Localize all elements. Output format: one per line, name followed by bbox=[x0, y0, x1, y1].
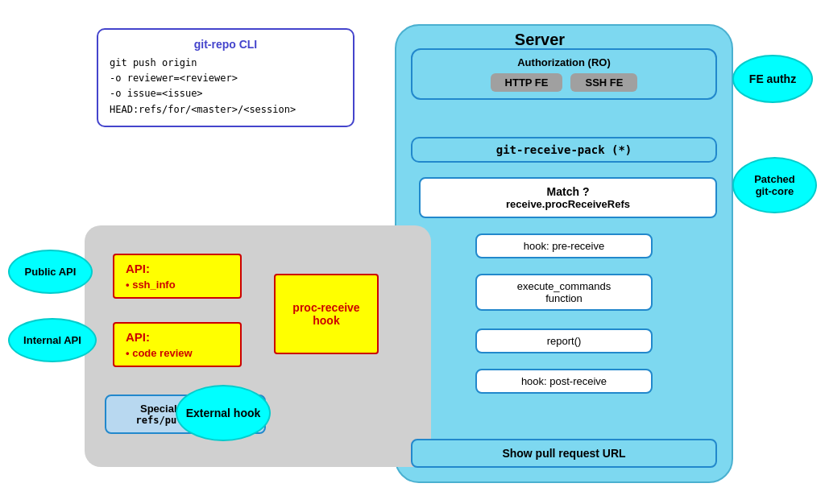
cli-title: git-repo CLI bbox=[110, 38, 342, 51]
fe-authz-bubble: FE authz bbox=[732, 55, 813, 103]
api-ssh-item: • ssh_info bbox=[126, 279, 229, 291]
execute-commands-box: execute_commands function bbox=[475, 274, 653, 311]
proc-receive-text: proc-receivehook bbox=[292, 301, 359, 327]
http-fe-button: HTTP FE bbox=[491, 73, 563, 92]
api-code-title: API: bbox=[126, 330, 229, 344]
auth-box: Authorization (RO) HTTP FE SSH FE bbox=[411, 48, 717, 100]
internal-api-bubble: Internal API bbox=[8, 318, 97, 362]
public-api-bubble: Public API bbox=[8, 250, 93, 294]
diagram-container: Server git-repo CLI git push origin -o r… bbox=[0, 0, 825, 504]
receive-pack-box: git-receive-pack (*) bbox=[411, 137, 717, 163]
cli-box: git-repo CLI git push origin -o reviewer… bbox=[97, 28, 354, 127]
auth-buttons: HTTP FE SSH FE bbox=[419, 73, 709, 92]
match-title: Match ? bbox=[427, 185, 709, 198]
cli-code: git push origin -o reviewer=<reviewer> -… bbox=[110, 56, 342, 118]
api-ssh-title: API: bbox=[126, 262, 229, 275]
match-subtitle: receive.procReceiveRefs bbox=[427, 198, 709, 210]
api-ssh-box: API: • ssh_info bbox=[113, 254, 242, 299]
execute-line1: execute_commands bbox=[517, 280, 611, 292]
auth-title: Authorization (RO) bbox=[419, 56, 709, 68]
match-box: Match ? receive.procReceiveRefs bbox=[419, 177, 717, 218]
external-hook-bubble: External hook bbox=[176, 385, 271, 441]
api-code-box: API: • code review bbox=[113, 322, 242, 367]
pre-receive-box: hook: pre-receive bbox=[475, 233, 653, 258]
execute-line2: function bbox=[545, 292, 582, 304]
report-box: report() bbox=[475, 328, 653, 353]
ssh-fe-button: SSH FE bbox=[570, 73, 637, 92]
proc-receive-box: proc-receivehook bbox=[274, 274, 379, 354]
patched-git-bubble: Patchedgit-core bbox=[732, 157, 817, 213]
show-pull-box: Show pull request URL bbox=[411, 439, 717, 468]
post-receive-box: hook: post-receive bbox=[475, 369, 653, 394]
server-title: Server bbox=[459, 31, 620, 49]
api-code-item: • code review bbox=[126, 347, 229, 359]
